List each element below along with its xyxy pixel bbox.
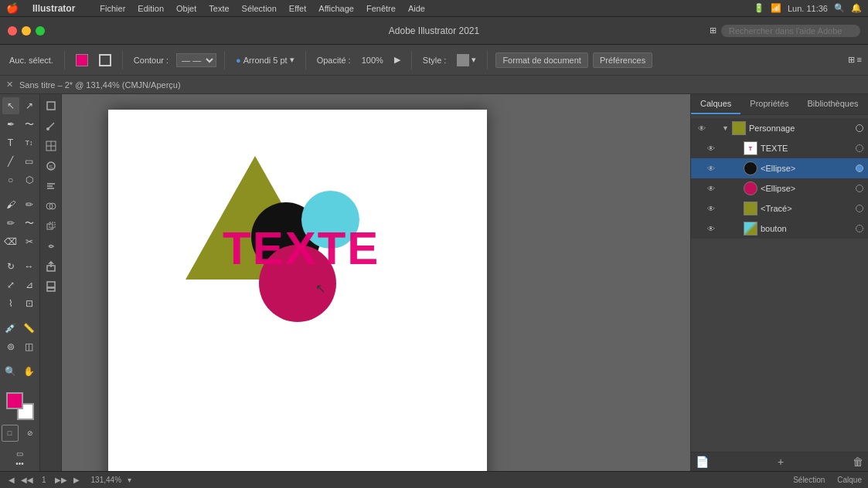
doc-tab-label[interactable]: Sans titre – 2* @ 131,44% (CMJN/Aperçu) [19, 80, 181, 90]
direct-select-tool[interactable]: ↗ [21, 97, 38, 114]
layer-row-trace[interactable]: 👁 <Tracé> [691, 198, 868, 219]
canvas-area[interactable]: TEXTE ↖ [62, 94, 690, 471]
format-document-button[interactable]: Format de document [495, 53, 588, 68]
visibility-texte[interactable]: 👁 [705, 142, 717, 154]
opacite-value[interactable]: 100% [359, 54, 386, 66]
reflect-tool[interactable]: ↔ [21, 258, 38, 275]
menu-aide[interactable]: Aide [402, 2, 431, 15]
target-ellipse-black[interactable] [856, 164, 863, 172]
canvas-content[interactable]: TEXTE ↖ [108, 110, 487, 471]
side-btn-export[interactable] [43, 258, 60, 275]
tab-calques[interactable]: Calques [691, 94, 740, 114]
side-btn-artboard[interactable] [43, 97, 60, 114]
layer-row-bouton[interactable]: 👁 bouton [691, 219, 868, 239]
warp-tool[interactable]: ⌇ [2, 295, 19, 312]
preferences-button[interactable]: Préférences [593, 53, 652, 68]
close-button[interactable] [8, 26, 17, 36]
notification-icon[interactable]: 🔔 [851, 3, 862, 13]
type-v-tool[interactable]: T↕ [21, 134, 38, 151]
make-sublayer-button[interactable]: 📄 [696, 456, 709, 468]
layer-row-ellipse-magenta[interactable]: 👁 <Ellipse> [691, 178, 868, 198]
target-trace[interactable] [856, 205, 863, 212]
foreground-color[interactable] [6, 392, 23, 409]
polygon-tool[interactable]: ⬡ [21, 171, 38, 188]
last-page-button[interactable]: ▶▶ [53, 476, 70, 484]
gradient-tool[interactable]: ◫ [21, 338, 38, 355]
visibility-ellipse-black[interactable]: 👁 [705, 162, 717, 175]
target-bouton[interactable] [856, 225, 863, 232]
side-btn-transform[interactable] [43, 218, 60, 235]
app-name-menu[interactable]: Illustrator [26, 2, 81, 15]
contour-select[interactable]: — — [176, 53, 216, 67]
curvature-tool[interactable]: 〜 [21, 116, 38, 133]
menu-selection[interactable]: Sélection [236, 2, 283, 15]
zoom-tool[interactable]: 🔍 [2, 363, 19, 380]
scissors-tool[interactable]: ✂ [21, 233, 38, 250]
pencil-tool[interactable]: ✏ [2, 215, 19, 232]
style-swatch[interactable]: ▾ [454, 53, 479, 68]
zoom-arrow[interactable]: ▾ [128, 476, 131, 484]
side-btn-links[interactable] [43, 238, 60, 255]
fill-color-swatch[interactable] [73, 53, 91, 68]
texte-object[interactable]: TEXTE [223, 222, 380, 275]
first-page-button[interactable]: ◀◀ [19, 476, 36, 484]
side-btn-frame[interactable] [43, 278, 60, 295]
change-screen-mode[interactable]: ▭ [12, 449, 29, 458]
next-page-button[interactable]: ▶ [71, 476, 82, 484]
side-btn-symbol[interactable]: S [43, 158, 60, 175]
blend-tool[interactable]: ⊚ [2, 338, 19, 355]
more-tools[interactable]: ••• [12, 459, 29, 468]
menu-fenetre[interactable]: Fenêtre [360, 2, 402, 15]
menu-texte[interactable]: Texte [203, 2, 235, 15]
tab-proprietes[interactable]: Propriétés [740, 94, 798, 114]
rotate-tool[interactable]: ↻ [2, 258, 19, 275]
new-layer-button[interactable]: + [778, 456, 784, 468]
side-btn-pathfinder[interactable] [43, 198, 60, 215]
expand-personnage[interactable]: ▼ [722, 124, 729, 132]
eraser-tool[interactable]: ⌫ [2, 233, 19, 250]
visibility-personnage[interactable]: 👁 [696, 122, 708, 134]
visibility-bouton[interactable]: 👁 [705, 222, 717, 235]
menu-edition[interactable]: Edition [131, 2, 170, 15]
style-color[interactable] [457, 54, 469, 66]
layer-name-trace[interactable]: <Tracé> [761, 204, 853, 213]
paintbrush-tool[interactable]: 🖌 [2, 196, 19, 213]
arrondi-item[interactable]: ● Arrondi 5 pt ▾ [233, 53, 298, 66]
hand-tool[interactable]: ✋ [21, 363, 38, 380]
layer-name-texte[interactable]: TEXTE [761, 144, 853, 153]
visibility-trace[interactable]: 👁 [705, 202, 717, 215]
prev-page-button[interactable]: ◀ [6, 476, 17, 484]
opacite-arrow[interactable]: ▶ [391, 53, 403, 66]
layer-row-texte[interactable]: 👁 T TEXTE [691, 138, 868, 158]
search-icon[interactable]: 🔍 [834, 3, 845, 13]
free-transform-tool[interactable]: ⊡ [21, 295, 38, 312]
layer-name-ellipse-black[interactable]: <Ellipse> [761, 164, 853, 173]
layer-row-ellipse-black[interactable]: 👁 <Ellipse> [691, 158, 868, 178]
shear-tool[interactable]: ⊿ [21, 276, 38, 293]
layer-row-personnage[interactable]: 👁 ▼ Personnage [691, 118, 868, 138]
maximize-button[interactable] [36, 26, 45, 36]
layer-name-personnage[interactable]: Personnage [749, 124, 853, 133]
layer-name-ellipse-magenta[interactable]: <Ellipse> [761, 184, 853, 193]
fill-swatch[interactable] [76, 54, 88, 66]
menu-effet[interactable]: Effet [283, 2, 312, 15]
layer-name-bouton[interactable]: bouton [761, 224, 853, 233]
none-color[interactable]: ⊘ [22, 425, 39, 442]
doc-tab-close[interactable]: ✕ [6, 80, 13, 90]
side-btn-brush[interactable] [43, 117, 60, 134]
rect-tool[interactable]: ▭ [21, 153, 38, 170]
target-ellipse-magenta[interactable] [856, 185, 863, 192]
target-texte[interactable] [856, 144, 863, 152]
side-btn-gradient-mesh[interactable] [43, 137, 60, 154]
measure-tool[interactable]: 📏 [21, 320, 38, 337]
tab-bibliotheques[interactable]: Bibliothèques [798, 94, 868, 114]
menu-affichage[interactable]: Affichage [312, 2, 360, 15]
help-search-input[interactable] [721, 25, 860, 37]
scale-tool[interactable]: ⤢ [2, 276, 19, 293]
ellipse-tool[interactable]: ○ [2, 171, 19, 188]
eyedropper-tool[interactable]: 💉 [2, 320, 19, 337]
side-btn-align[interactable] [43, 178, 60, 195]
smooth-tool[interactable]: 〜 [21, 215, 38, 232]
delete-layer-button[interactable]: 🗑 [853, 456, 863, 468]
stroke-swatch-item[interactable] [96, 53, 114, 68]
